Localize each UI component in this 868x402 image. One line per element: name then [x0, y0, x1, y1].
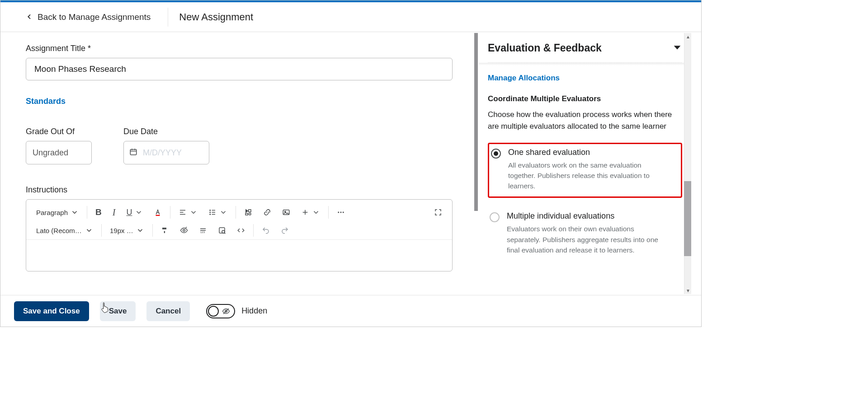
rte-italic-button[interactable]: I: [107, 204, 121, 220]
radio-option-title: Multiple individual evaluations: [507, 211, 665, 221]
coordinate-heading: Coordinate Multiple Evaluators: [488, 94, 682, 103]
rte-toolbar: Paragraph B I U: [26, 200, 452, 239]
toolbar-separator: [170, 206, 170, 219]
panel-title: Evaluation & Feedback: [488, 42, 602, 54]
rte-bold-button[interactable]: B: [90, 204, 107, 220]
svg-marker-14: [246, 210, 248, 212]
rte-format-painter-button[interactable]: [156, 222, 175, 238]
svg-rect-0: [130, 150, 137, 155]
rte-insert-more-button[interactable]: [296, 204, 326, 220]
visibility-label: Hidden: [241, 306, 267, 316]
chevron-down-icon: [135, 208, 143, 216]
radio-button-icon: [491, 149, 501, 159]
svg-point-8: [210, 210, 211, 211]
evaluation-mode-radio-group: One shared evaluation All evaluators wor…: [488, 143, 682, 261]
chevron-down-icon: [71, 208, 79, 216]
cancel-button[interactable]: Cancel: [146, 301, 190, 321]
side-scrollbar-thumb[interactable]: [684, 181, 691, 256]
toolbar-separator: [101, 224, 102, 237]
chevron-down-icon: [136, 226, 144, 234]
svg-marker-32: [674, 46, 681, 49]
main-scrollbar-thumb[interactable]: [474, 33, 478, 211]
rte-font-family-dropdown[interactable]: Lato (Recom…: [31, 222, 99, 238]
rte-more-actions-button[interactable]: [331, 204, 350, 220]
rte-word-count-button[interactable]: 123: [193, 222, 212, 238]
toolbar-separator: [87, 206, 87, 219]
svg-text:123: 123: [200, 231, 205, 234]
radio-one-shared-evaluation[interactable]: One shared evaluation All evaluators wor…: [488, 143, 682, 198]
rte-font-size-dropdown[interactable]: 19px …: [104, 222, 150, 238]
panel-header[interactable]: Evaluation & Feedback: [488, 42, 682, 63]
svg-point-22: [338, 212, 340, 213]
rte-source-code-button[interactable]: [231, 222, 250, 238]
radio-button-icon: [490, 212, 500, 222]
rte-font-family-value: Lato (Recom…: [36, 227, 82, 234]
svg-point-30: [222, 230, 225, 233]
back-link-label: Back to Manage Assignments: [38, 12, 151, 22]
standards-link[interactable]: Standards: [26, 97, 66, 106]
rte-underline-button[interactable]: U: [121, 204, 148, 220]
radio-option-description: Evaluators work on their own evaluations…: [507, 224, 665, 255]
visibility-toggle[interactable]: [206, 304, 235, 318]
rte-block-format-value: Paragraph: [36, 209, 68, 216]
chevron-down-icon: [312, 208, 320, 216]
toolbar-separator: [152, 224, 153, 237]
rte-redo-button[interactable]: [275, 222, 294, 238]
rte-preview-button[interactable]: [212, 222, 231, 238]
scroll-down-arrow-icon[interactable]: ▼: [684, 287, 692, 294]
rte-accessibility-checker-button[interactable]: [175, 222, 193, 238]
grade-label: Grade Out Of: [26, 127, 92, 136]
chevron-down-icon: [85, 226, 93, 234]
chevron-down-icon: [189, 208, 198, 216]
svg-rect-15: [249, 210, 251, 212]
rte-align-button[interactable]: [173, 204, 203, 220]
side-panel: ▲ ▼ Evaluation & Feedback Manage Allocat…: [479, 32, 691, 295]
side-scrollbar[interactable]: ▲ ▼: [684, 33, 691, 294]
panel-shadow: [479, 63, 691, 65]
manage-allocations-link[interactable]: Manage Allocations: [488, 74, 560, 83]
back-link[interactable]: Back to Manage Assignments: [0, 2, 163, 32]
footer-action-bar: Save and Close Save Cancel Hidden: [0, 295, 701, 327]
svg-point-23: [340, 212, 342, 213]
page-header: Back to Manage Assignments New Assignmen…: [0, 2, 701, 32]
assignment-title-input[interactable]: [26, 58, 453, 80]
radio-option-description: All evaluators work on the same evaluati…: [508, 160, 666, 192]
rte-content-area[interactable]: [26, 239, 452, 271]
calendar-icon: [129, 148, 137, 158]
toolbar-separator: [328, 206, 329, 219]
toolbar-separator: [236, 206, 236, 219]
chevron-left-icon: [26, 10, 33, 23]
svg-point-9: [210, 212, 211, 213]
radio-multiple-individual-evaluations[interactable]: Multiple individual evaluations Evaluato…: [488, 208, 682, 261]
rte-undo-button[interactable]: [256, 222, 275, 238]
rte-font-color-button[interactable]: [148, 204, 167, 220]
main-form-area: Assignment Title * Standards Grade Out O…: [0, 32, 479, 295]
svg-point-10: [210, 214, 211, 215]
rte-image-button[interactable]: [277, 204, 296, 220]
rich-text-editor: Paragraph B I U: [26, 199, 453, 271]
due-date-input[interactable]: M/D/YYYY: [123, 141, 209, 164]
due-date-label: Due Date: [123, 127, 209, 136]
grade-input[interactable]: [26, 141, 92, 164]
save-and-close-button[interactable]: Save and Close: [14, 301, 89, 321]
main-scrollbar[interactable]: [474, 33, 478, 211]
rte-insert-stuff-button[interactable]: [239, 204, 258, 220]
rte-font-size-value: 19px …: [110, 227, 133, 234]
save-and-close-label: Save and Close: [23, 307, 80, 315]
toolbar-separator: [253, 224, 254, 237]
header-divider: [168, 8, 168, 27]
svg-rect-16: [245, 213, 248, 215]
collapse-panel-icon[interactable]: [672, 42, 682, 54]
page-title: New Assignment: [173, 11, 253, 23]
svg-point-25: [183, 229, 185, 232]
toggle-knob: [208, 306, 219, 317]
save-button[interactable]: Save: [100, 301, 136, 321]
svg-line-31: [224, 233, 225, 234]
rte-fullscreen-button[interactable]: [429, 204, 448, 220]
rte-link-button[interactable]: [258, 204, 277, 220]
rte-list-button[interactable]: [203, 204, 233, 220]
instructions-label: Instructions: [26, 185, 472, 195]
scroll-up-arrow-icon[interactable]: ▲: [684, 33, 692, 40]
rte-block-format-dropdown[interactable]: Paragraph: [31, 204, 84, 220]
svg-point-24: [343, 212, 344, 213]
